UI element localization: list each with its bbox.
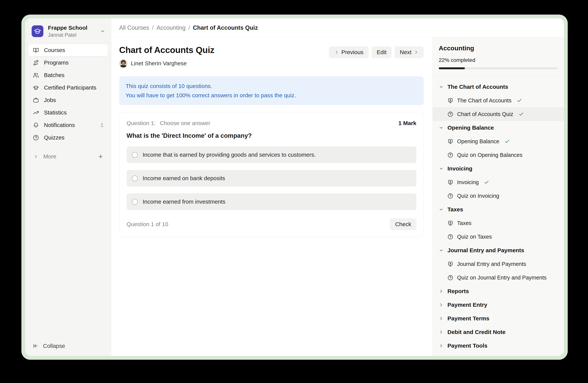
plus-icon <box>98 154 104 159</box>
outline-quiz-quiz-on-taxes[interactable]: Quiz on Taxes <box>433 230 564 244</box>
answer-option-3[interactable]: Income earned from investments <box>126 193 416 210</box>
chapter-taxes[interactable]: Taxes <box>433 203 564 216</box>
banner-line: This quiz consists of 10 questions. <box>126 81 417 91</box>
frappe-school-logo <box>32 25 43 37</box>
chapter-title: Taxes <box>447 206 463 213</box>
sidebar-item-notifications[interactable]: Notifications 1 <box>28 119 108 131</box>
chapter-title: Invoicing <box>447 165 472 172</box>
chevron-down-icon <box>439 248 444 253</box>
chapter-title: Payment Terms <box>447 315 489 322</box>
chapter-journal-entry-and-payments[interactable]: Journal Entry and Payments <box>433 244 564 257</box>
sidebar-item-batches[interactable]: Batches <box>28 69 108 81</box>
avatar <box>119 59 127 68</box>
check-button[interactable]: Check <box>390 218 416 230</box>
chapter-title: Reports <box>447 288 469 294</box>
answer-option-label: Income that is earned by providing goods… <box>143 152 316 158</box>
outline-lesson-journal-entry-and-payments[interactable]: Journal Entry and Payments <box>433 257 564 271</box>
radio-button[interactable] <box>132 175 138 181</box>
outline-lesson-taxes[interactable]: Taxes <box>433 216 564 230</box>
collapse-icon <box>33 343 39 349</box>
breadcrumb-item-accounting[interactable]: Accounting <box>156 24 186 31</box>
previous-button[interactable]: Previous <box>329 46 369 58</box>
answer-option-1[interactable]: Income that is earned by providing goods… <box>126 147 416 163</box>
chapter-payment-terms[interactable]: Payment Terms <box>433 312 564 325</box>
breadcrumb-separator: / <box>152 24 154 31</box>
trending-up-icon <box>33 110 39 116</box>
sidebar-item-programs[interactable]: Programs <box>28 57 108 69</box>
chapter-payment-entry[interactable]: Payment Entry <box>433 298 564 312</box>
notification-count-badge: 1 <box>100 122 104 128</box>
course-progress-bar <box>439 67 558 69</box>
sidebar-item-label: Certified Participants <box>44 84 96 91</box>
sidebar-item-more[interactable]: More <box>28 151 108 163</box>
add-shortcut-button[interactable] <box>98 154 104 159</box>
question-number-label: Question 1: <box>126 120 156 126</box>
sidebar-item-label: Statistics <box>44 109 67 116</box>
breadcrumb-item-chart-of-accounts-quiz: Chart of Accounts Quiz <box>193 24 258 31</box>
course-outline: The Chart of Accounts The Chart of Accou… <box>433 76 564 356</box>
outline-quiz-quiz-on-opening-balances[interactable]: Quiz on Opening Balances <box>433 148 564 162</box>
chapter-opening-balance[interactable]: Opening Balance <box>433 121 564 134</box>
collapse-sidebar-button[interactable]: Collapse <box>25 343 111 356</box>
outline-quiz-quiz-on-invoicing[interactable]: Quiz on Invoicing <box>433 189 564 203</box>
answer-option-2[interactable]: Income earned on bank deposits <box>126 170 416 187</box>
question-instruction: Choose one answer <box>160 120 210 126</box>
route-icon <box>33 60 39 66</box>
quiz-icon <box>447 275 453 281</box>
chapter-title: Opening Balance <box>447 125 494 131</box>
outline-lesson-the-chart-of-accounts[interactable]: The Chart of Accounts <box>433 94 564 107</box>
outline-item-label: Quiz on Taxes <box>457 234 492 240</box>
chevron-down-icon[interactable] <box>100 29 105 34</box>
sidebar-item-statistics[interactable]: Statistics <box>28 107 108 119</box>
chevron-down-icon <box>439 84 444 89</box>
help-circle-icon <box>33 134 39 141</box>
sidebar-item-label: Quizzes <box>44 134 64 141</box>
chevron-right-icon <box>439 302 444 307</box>
answer-options: Income that is earned by providing goods… <box>126 147 416 210</box>
check-icon <box>519 112 524 117</box>
outline-quiz-quiz-on-journal-entry-and-payments[interactable]: Quiz on Journal Entry and Payments <box>433 271 564 284</box>
outline-quiz-chart-of-accounts-quiz[interactable]: Chart of Accounts Quiz <box>433 107 564 121</box>
bell-icon <box>33 122 39 128</box>
chapter-invoicing[interactable]: Invoicing <box>433 162 564 175</box>
chapter-reports[interactable]: Reports <box>433 284 564 298</box>
chapter-the-chart-of-accounts[interactable]: The Chart of Accounts <box>433 80 564 94</box>
outline-item-label: The Chart of Accounts <box>457 97 511 104</box>
question-text: What is the 'Direct Income' of a company… <box>126 132 416 139</box>
outline-item-label: Taxes <box>457 220 471 226</box>
outline-lesson-opening-balance[interactable]: Opening Balance <box>433 134 564 148</box>
chapter-debit-and-credit-note[interactable]: Debit and Credit Note <box>433 325 564 339</box>
graduation-cap-icon <box>34 27 41 35</box>
edit-button[interactable]: Edit <box>372 46 392 58</box>
chevron-right-icon <box>33 154 39 159</box>
sidebar-item-courses[interactable]: Courses <box>28 44 108 56</box>
quiz-icon <box>447 111 453 117</box>
sidebar-item-jobs[interactable]: Jobs <box>28 94 108 106</box>
outline-lesson-invoicing[interactable]: Invoicing <box>433 175 564 189</box>
breadcrumb: All Courses/Accounting/Chart of Accounts… <box>111 18 564 37</box>
chevron-right-icon <box>439 330 444 335</box>
banner-line: You will have to get 100% correct answer… <box>126 91 417 100</box>
lesson-icon <box>447 138 453 144</box>
workspace-switcher[interactable]: Frappe School Jannat Patel <box>25 18 111 43</box>
course-completed-label: 22% completed <box>439 57 558 63</box>
radio-button[interactable] <box>132 152 138 158</box>
breadcrumb-item-all-courses[interactable]: All Courses <box>119 24 149 31</box>
next-button[interactable]: Next <box>395 46 424 58</box>
chapter-payment-tools[interactable]: Payment Tools <box>433 339 564 353</box>
sidebar-item-quizzes[interactable]: Quizzes <box>28 132 108 144</box>
sidebar-item-label: Batches <box>44 72 64 78</box>
course-progress-fill <box>439 67 465 69</box>
chevron-right-icon <box>439 289 444 294</box>
chapter-title: Payment Entry <box>447 302 487 308</box>
chapter-title: Journal Entry and Payments <box>447 247 524 254</box>
main-content: Chart of Accounts Quiz <box>111 37 432 356</box>
check-icon <box>517 98 522 103</box>
app-title: Frappe School <box>48 24 87 31</box>
sidebar-item-certified-participants[interactable]: Certified Participants <box>28 81 108 94</box>
check-icon <box>505 139 510 144</box>
lesson-icon <box>447 220 453 226</box>
outline-item-label: Quiz on Journal Entry and Payments <box>457 275 546 281</box>
radio-button[interactable] <box>132 199 138 205</box>
outline-item-label: Invoicing <box>457 179 479 185</box>
